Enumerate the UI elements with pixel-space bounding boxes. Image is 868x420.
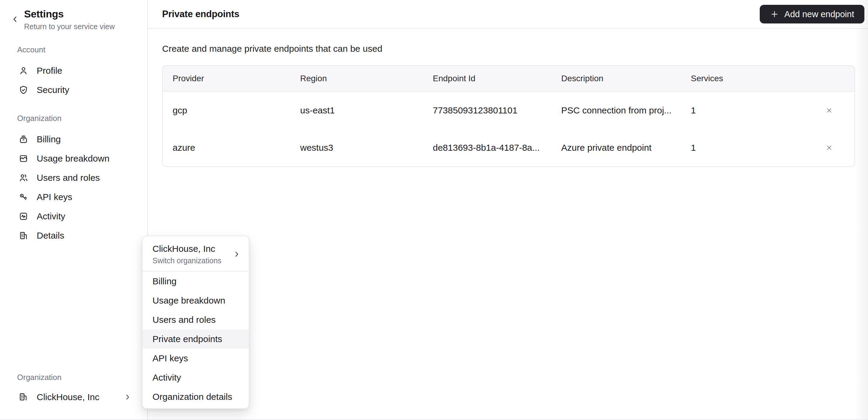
menu-item-billing[interactable]: Billing bbox=[143, 272, 249, 291]
activity-icon bbox=[18, 211, 29, 222]
add-button-label: Add new endpoint bbox=[784, 9, 854, 19]
sidebar-item-users-and-roles[interactable]: Users and roles bbox=[0, 168, 147, 187]
menu-item-organization-details[interactable]: Organization details bbox=[143, 387, 249, 407]
account-nav: Profile Security bbox=[0, 61, 147, 99]
shield-check-icon bbox=[18, 85, 29, 95]
organization-menu-header[interactable]: ClickHouse, Inc Switch organizations bbox=[143, 236, 249, 272]
topbar: Private endpoints Add new endpoint bbox=[148, 0, 868, 29]
organization-switcher[interactable]: ClickHouse, Inc bbox=[0, 388, 147, 407]
sidebar-footer: Organization ClickHouse, Inc bbox=[0, 372, 147, 407]
building-icon bbox=[18, 392, 29, 402]
organization-menu-name: ClickHouse, Inc bbox=[153, 243, 221, 254]
building-icon bbox=[18, 230, 29, 241]
main-panel: Private endpoints Add new endpoint Creat… bbox=[148, 0, 868, 420]
cell-region: us-east1 bbox=[300, 105, 433, 116]
private-endpoints-content: Create and manage private endpoints that… bbox=[148, 29, 868, 167]
cell-region: westus3 bbox=[300, 143, 433, 153]
cell-provider: azure bbox=[173, 143, 300, 153]
menu-item-activity[interactable]: Activity bbox=[143, 368, 249, 387]
account-section-label: Account bbox=[17, 45, 147, 55]
settings-sidebar: Settings Return to your service view Acc… bbox=[0, 0, 148, 420]
sidebar-item-label: API keys bbox=[37, 192, 72, 203]
sidebar-item-security[interactable]: Security bbox=[0, 80, 147, 99]
menu-item-users-and-roles[interactable]: Users and roles bbox=[143, 310, 249, 329]
chevron-right-icon bbox=[123, 393, 132, 401]
sidebar-item-label: Usage breakdown bbox=[37, 153, 110, 164]
cell-endpoint-id: de813693-8b1a-4187-8a... bbox=[433, 143, 561, 153]
sidebar-item-label: Security bbox=[37, 85, 69, 95]
menu-item-usage-breakdown[interactable]: Usage breakdown bbox=[143, 291, 249, 310]
sidebar-subtitle: Return to your service view bbox=[24, 22, 115, 31]
column-header-region: Region bbox=[300, 74, 433, 83]
usage-chart-icon bbox=[18, 153, 29, 164]
organization-menu-header-text: ClickHouse, Inc Switch organizations bbox=[153, 243, 221, 265]
endpoints-table: Provider Region Endpoint Id Description … bbox=[162, 65, 855, 167]
keys-icon bbox=[18, 192, 29, 203]
organization-menu-subtitle: Switch organizations bbox=[153, 256, 221, 265]
chevron-left-icon bbox=[10, 15, 20, 24]
organization-section-label: Organization bbox=[17, 113, 147, 123]
table-header-row: Provider Region Endpoint Id Description … bbox=[163, 66, 855, 92]
organization-name: ClickHouse, Inc bbox=[37, 392, 99, 402]
sidebar-item-label: Billing bbox=[37, 134, 61, 145]
remove-endpoint-button[interactable] bbox=[823, 141, 836, 154]
organization-menu: ClickHouse, Inc Switch organizations Bil… bbox=[142, 236, 249, 409]
sidebar-item-usage-breakdown[interactable]: Usage breakdown bbox=[0, 149, 147, 168]
cell-description: Azure private endpoint bbox=[561, 143, 691, 153]
plus-icon bbox=[770, 10, 779, 19]
organization-nav: Billing Usage breakdown Users and roles … bbox=[0, 130, 147, 245]
sidebar-item-label: Users and roles bbox=[37, 172, 100, 183]
close-x-icon bbox=[825, 144, 833, 152]
app-window: Settings Return to your service view Acc… bbox=[0, 0, 868, 420]
add-new-endpoint-button[interactable]: Add new endpoint bbox=[760, 5, 864, 24]
column-header-services: Services bbox=[691, 74, 803, 83]
cell-provider: gcp bbox=[173, 105, 300, 116]
sidebar-item-profile[interactable]: Profile bbox=[0, 61, 147, 80]
cell-services: 1 bbox=[691, 105, 803, 116]
users-icon bbox=[18, 172, 29, 183]
sidebar-titles: Settings Return to your service view bbox=[24, 8, 115, 31]
table-row: gcp us-east1 77385093123801101 PSC conne… bbox=[163, 92, 855, 129]
footer-organization-label: Organization bbox=[17, 372, 147, 382]
page-description: Create and manage private endpoints that… bbox=[162, 43, 868, 54]
user-icon bbox=[18, 65, 29, 76]
sidebar-item-billing[interactable]: Billing bbox=[0, 130, 147, 149]
chevron-right-icon bbox=[232, 250, 241, 259]
cell-services: 1 bbox=[691, 143, 803, 153]
sidebar-item-activity[interactable]: Activity bbox=[0, 207, 147, 226]
table-row: azure westus3 de813693-8b1a-4187-8a... A… bbox=[163, 129, 855, 167]
sidebar-header: Settings Return to your service view bbox=[0, 0, 147, 31]
close-x-icon bbox=[825, 107, 833, 114]
column-header-provider: Provider bbox=[173, 74, 300, 83]
column-header-description: Description bbox=[561, 74, 691, 83]
sidebar-item-label: Activity bbox=[37, 211, 65, 222]
menu-item-api-keys[interactable]: API keys bbox=[143, 349, 249, 368]
page-title: Private endpoints bbox=[162, 9, 239, 20]
sidebar-item-api-keys[interactable]: API keys bbox=[0, 187, 147, 207]
remove-endpoint-button[interactable] bbox=[823, 104, 836, 117]
sidebar-title: Settings bbox=[24, 8, 115, 20]
sidebar-item-label: Profile bbox=[37, 65, 62, 76]
sidebar-item-label: Details bbox=[37, 230, 64, 241]
cell-description: PSC connection from proj... bbox=[561, 105, 691, 116]
back-button[interactable] bbox=[8, 12, 22, 26]
column-header-endpoint-id: Endpoint Id bbox=[433, 74, 561, 83]
sidebar-item-details[interactable]: Details bbox=[0, 226, 147, 245]
cell-endpoint-id: 77385093123801101 bbox=[433, 105, 561, 116]
billing-icon bbox=[18, 134, 29, 145]
menu-item-private-endpoints[interactable]: Private endpoints bbox=[143, 329, 249, 349]
cell-actions bbox=[803, 141, 855, 154]
cell-actions bbox=[803, 104, 855, 117]
